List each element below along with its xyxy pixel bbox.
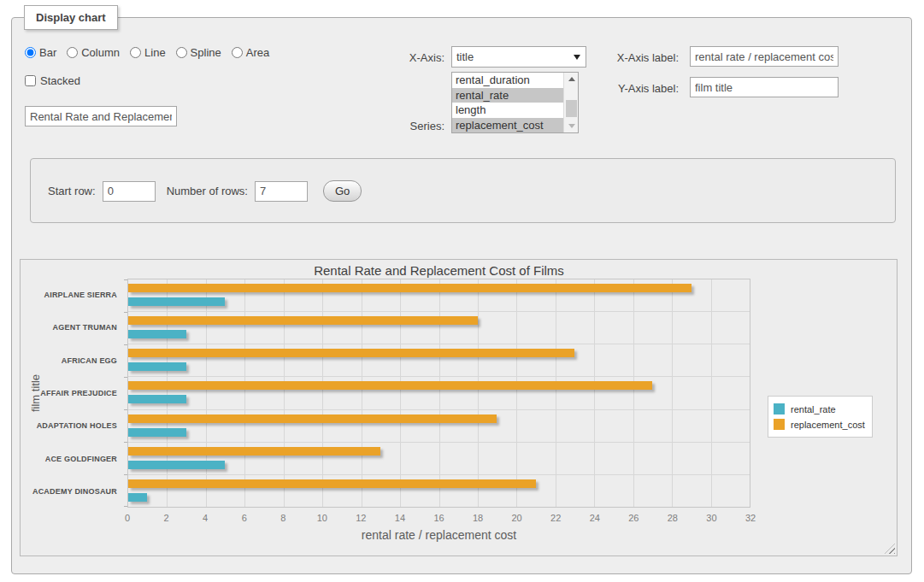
bar-group-affair-prejudice bbox=[128, 377, 750, 409]
resize-handle-icon[interactable] bbox=[885, 544, 895, 554]
bar-replacement_cost bbox=[128, 381, 652, 390]
y-tick-mark bbox=[124, 442, 127, 443]
x-tick-label: 14 bbox=[395, 513, 405, 523]
x-axis-label-caption: X-Axis label: bbox=[586, 51, 679, 64]
legend-entry-rental_rate: rental_rate bbox=[774, 402, 865, 416]
page: Display chart BarColumnLineSplineArea St… bbox=[0, 0, 924, 582]
x-tick-label: 4 bbox=[203, 513, 208, 523]
chart-type-radio-spline[interactable] bbox=[176, 47, 187, 58]
y-tick-mark bbox=[124, 344, 127, 345]
y-axis-label-input[interactable] bbox=[690, 77, 839, 97]
chart-type-group: BarColumnLineSplineArea bbox=[25, 46, 269, 59]
chart-type-option-bar[interactable]: Bar bbox=[25, 46, 56, 59]
bar-rental_rate bbox=[128, 395, 186, 403]
chart-type-radio-line[interactable] bbox=[130, 47, 141, 58]
y-tick-mark bbox=[124, 279, 127, 280]
bar-replacement_cost bbox=[128, 447, 380, 456]
row-range-controls: Start row: Number of rows: Go bbox=[48, 180, 362, 202]
x-tick-label: 12 bbox=[356, 513, 366, 523]
series-option-length[interactable]: length bbox=[452, 103, 563, 118]
chart-type-text: Column bbox=[81, 46, 120, 59]
series-options: rental_durationrental_ratelengthreplacem… bbox=[452, 73, 563, 132]
y-tick-mark bbox=[124, 377, 127, 378]
chart-type-text: Area bbox=[246, 46, 269, 59]
start-row-input[interactable] bbox=[103, 181, 156, 202]
plot-area bbox=[127, 279, 750, 508]
bar-replacement_cost bbox=[128, 349, 574, 357]
chart-legend: rental_ratereplacement_cost bbox=[768, 396, 873, 438]
legend-entry-replacement_cost: replacement_cost bbox=[774, 417, 865, 432]
bar-group-airplane-sierra bbox=[128, 279, 750, 312]
bar-rental_rate bbox=[128, 362, 186, 371]
scroll-down-icon[interactable] bbox=[564, 120, 579, 132]
chart-type-text: Bar bbox=[39, 46, 56, 59]
legend-swatch-icon bbox=[774, 403, 785, 414]
chart-type-text: Line bbox=[144, 46, 166, 59]
x-tick-label: 32 bbox=[745, 513, 756, 523]
x-axis-select[interactable]: title bbox=[451, 46, 586, 68]
scroll-up-icon[interactable] bbox=[564, 73, 579, 85]
stacked-option[interactable]: Stacked bbox=[25, 74, 80, 87]
chart-type-option-column[interactable]: Column bbox=[67, 46, 120, 59]
bar-replacement_cost bbox=[128, 284, 692, 292]
bar-rental_rate bbox=[128, 330, 186, 338]
bar-group-academy-dinosaur bbox=[128, 475, 750, 507]
bar-group-agent-truman bbox=[128, 312, 750, 344]
x-axis-label-input[interactable] bbox=[690, 46, 839, 67]
bar-replacement_cost bbox=[128, 316, 478, 325]
x-tick-label: 30 bbox=[706, 513, 716, 523]
bar-replacement_cost bbox=[128, 414, 497, 423]
chart-type-radio-area[interactable] bbox=[232, 47, 243, 58]
number-of-rows-label: Number of rows: bbox=[167, 185, 248, 197]
row-range-fieldset: Start row: Number of rows: Go bbox=[30, 158, 896, 223]
bar-group-ace-goldfinger bbox=[128, 443, 750, 475]
chart-title-input[interactable] bbox=[25, 106, 177, 126]
chart-container: Rental Rate and Replacement Cost of Film… bbox=[20, 259, 898, 556]
chart-type-option-line[interactable]: Line bbox=[130, 46, 166, 59]
x-tick-label: 28 bbox=[668, 513, 678, 523]
number-of-rows-input[interactable] bbox=[255, 181, 308, 202]
legend-label: rental_rate bbox=[791, 404, 836, 414]
bar-replacement_cost bbox=[128, 479, 536, 488]
fieldset-legend-text: Display chart bbox=[36, 11, 106, 24]
chart-title: Rental Rate and Replacement Cost of Film… bbox=[127, 263, 750, 278]
x-tick-label: 22 bbox=[550, 513, 561, 523]
chart-type-text: Spline bbox=[191, 46, 221, 59]
x-tick-label: 10 bbox=[317, 513, 327, 523]
bar-rental_rate bbox=[128, 428, 186, 437]
chart-type-option-spline[interactable]: Spline bbox=[176, 46, 221, 59]
series-listbox[interactable]: rental_durationrental_ratelengthreplacem… bbox=[451, 72, 579, 133]
listbox-scrollbar[interactable] bbox=[563, 73, 578, 132]
series-option-rental_rate[interactable]: rental_rate bbox=[452, 88, 563, 103]
x-axis-label: X-Axis: bbox=[359, 51, 444, 64]
series-option-replacement_cost[interactable]: replacement_cost bbox=[452, 118, 563, 133]
x-tick-label: 24 bbox=[590, 513, 600, 523]
bar-rental_rate bbox=[128, 297, 225, 306]
x-axis-title: rental rate / replacement cost bbox=[127, 528, 750, 542]
bar-group-african-egg bbox=[128, 344, 750, 377]
bar-rental_rate bbox=[128, 493, 147, 502]
y-tick-mark bbox=[124, 474, 127, 475]
fieldset-legend: Display chart bbox=[24, 5, 118, 30]
chart-type-radio-bar[interactable] bbox=[25, 47, 36, 58]
x-tick-label: 26 bbox=[628, 513, 639, 523]
y-tick-mark bbox=[124, 312, 127, 313]
scrollbar-thumb[interactable] bbox=[566, 100, 577, 117]
y-axis-label-caption: Y-Axis label: bbox=[586, 82, 679, 95]
series-option-rental_duration[interactable]: rental_duration bbox=[452, 73, 563, 88]
y-tick-mark bbox=[124, 409, 127, 410]
chart-type-option-area[interactable]: Area bbox=[232, 46, 269, 59]
x-tick-label: 18 bbox=[473, 513, 483, 523]
stacked-label: Stacked bbox=[40, 74, 80, 87]
x-tick-label: 0 bbox=[125, 513, 130, 523]
start-row-label: Start row: bbox=[48, 185, 96, 197]
stacked-checkbox[interactable] bbox=[25, 75, 36, 86]
x-tick-label: 8 bbox=[280, 513, 285, 523]
bar-group-adaptation-holes bbox=[128, 410, 750, 443]
chart-type-radio-column[interactable] bbox=[67, 47, 78, 58]
y-axis-title: film title bbox=[29, 279, 43, 508]
x-tick-labels: 02468101214161820222426283032 bbox=[127, 513, 750, 524]
bar-rental_rate bbox=[128, 461, 225, 469]
x-tick-label: 16 bbox=[433, 513, 444, 523]
go-button[interactable]: Go bbox=[323, 180, 362, 202]
